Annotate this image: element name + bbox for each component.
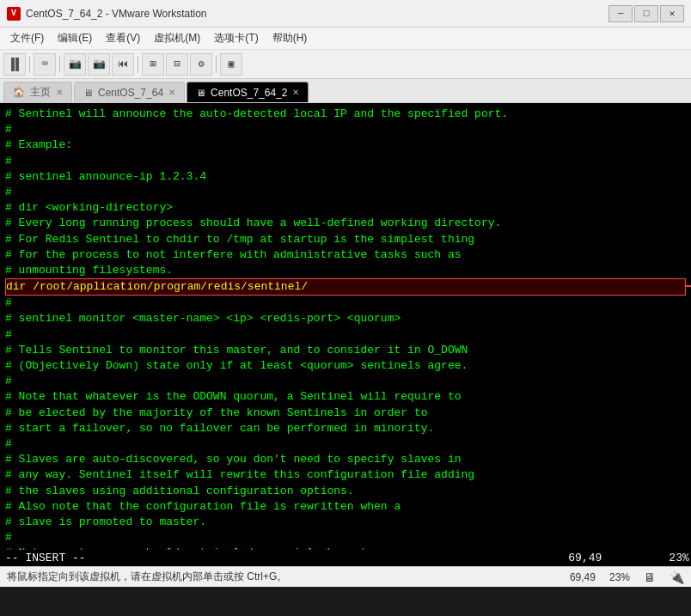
terminal-line: # (Objectively Down) state only if at le… xyxy=(5,358,686,374)
terminal-line: # Note: master name should not include s… xyxy=(5,546,686,550)
tab-centos1-label: CentOS_7_64 xyxy=(98,87,163,99)
terminal-line: # xyxy=(5,154,686,169)
terminal-line: # Tells Sentinel to monitor this master,… xyxy=(5,343,686,358)
home-icon: 🏠 xyxy=(13,87,25,98)
separator-3 xyxy=(138,56,138,73)
menu-edit[interactable]: 编辑(E) xyxy=(51,29,99,47)
terminal-line: # sentinel announce-ip 1.2.3.4 xyxy=(5,169,686,185)
toolbar: ⌨ 📷 📷 ⏮ ⊞ ⊟ ⚙ ▣ xyxy=(0,50,691,79)
terminal-line: # the slaves using additional configurat… xyxy=(5,484,686,499)
tab-home-label: 主页 xyxy=(30,85,51,100)
terminal-wrapper[interactable]: # Sentinel will announce the auto-detect… xyxy=(0,103,691,550)
mode-line: -- INSERT -- 69,49 23% xyxy=(0,550,691,566)
separator-1 xyxy=(29,56,30,73)
sys-icon-net: 🖥 xyxy=(644,570,656,584)
fullscreen-button[interactable]: ⊞ xyxy=(142,53,164,76)
terminal-line: # sentinel monitor <master-name> <ip> <r… xyxy=(5,311,686,326)
close-button[interactable]: ✕ xyxy=(660,5,684,22)
app-icon: V xyxy=(7,7,21,21)
minimize-button[interactable]: ─ xyxy=(608,5,633,22)
unity-button[interactable]: ⊟ xyxy=(166,53,188,76)
menu-file[interactable]: 文件(F) xyxy=(3,29,51,47)
terminal[interactable]: # Sentinel will announce the auto-detect… xyxy=(0,103,691,550)
menu-help[interactable]: 帮助(H) xyxy=(266,29,315,47)
maximize-button[interactable]: □ xyxy=(634,5,658,22)
pause-button[interactable] xyxy=(3,53,26,76)
window-title: CentOS_7_64_2 - VMware Workstation xyxy=(26,8,608,20)
snapshot2-button[interactable]: 📷 xyxy=(88,53,110,76)
menu-tabs[interactable]: 选项卡(T) xyxy=(207,29,265,47)
tab-centos2-label: CentOS_7_64_2 xyxy=(211,87,287,99)
menu-bar: 文件(F) 编辑(E) 查看(V) 虚拟机(M) 选项卡(T) 帮助(H) xyxy=(0,27,691,50)
terminal-line: # Example: xyxy=(5,137,686,153)
terminal-line: # For Redis Sentinel to chdir to /tmp at… xyxy=(5,232,686,247)
terminal-line: # xyxy=(5,122,686,137)
tab-home[interactable]: 🏠 主页 ✕ xyxy=(3,82,72,102)
scroll-percent: 23% xyxy=(609,571,630,583)
terminal-line: # Slaves are auto-discovered, so you don… xyxy=(5,452,686,467)
window-controls: ─ □ ✕ xyxy=(608,5,684,22)
terminal-line: # any way. Sentinel itself will rewrite … xyxy=(5,467,686,483)
tab-centos1[interactable]: 🖥 CentOS_7_64 ✕ xyxy=(74,82,185,102)
terminal-line: # Also note that the configuration file … xyxy=(5,499,686,515)
terminal-line: # dir <working-directory> xyxy=(5,200,686,216)
status-tip: 将鼠标指定向到该虚拟机，请在虚拟机内部单击或按 Ctrl+G。 xyxy=(7,570,287,584)
annotation: ▶哨兵的日志目录 xyxy=(686,278,691,294)
vm-icon-1: 🖥 xyxy=(83,88,93,98)
terminal-line: # xyxy=(5,374,686,389)
tab-centos1-close[interactable]: ✕ xyxy=(168,88,175,97)
vm-icon-2: 🖥 xyxy=(196,88,205,98)
send-ctrl-alt-del-button[interactable]: ⌨ xyxy=(34,53,56,76)
cursor-position: 69,49 xyxy=(570,571,596,583)
terminal-line: # xyxy=(5,296,686,311)
terminal-line: # unmounting filesystems. xyxy=(5,263,686,278)
status-bar: 将鼠标指定向到该虚拟机，请在虚拟机内部单击或按 Ctrl+G。 69,49 23… xyxy=(0,566,691,587)
terminal-line: dir /root/application/program/redis/sent… xyxy=(5,278,686,296)
terminal-line: # Note that whatever is the ODOWN quorum… xyxy=(5,389,686,405)
tab-home-close[interactable]: ✕ xyxy=(56,88,63,97)
terminal-line: # start a failover, so no failover can b… xyxy=(5,421,686,436)
terminal-line: # be elected by the majority of the know… xyxy=(5,406,686,421)
terminal-line: # slave is promoted to master. xyxy=(5,515,686,530)
terminal-line: # xyxy=(5,327,686,343)
terminal-line: # for the process to not interfere with … xyxy=(5,247,686,263)
tab-centos2-close[interactable]: ✕ xyxy=(292,88,299,97)
terminal-line: # xyxy=(5,185,686,200)
snapshot-button[interactable]: 📷 xyxy=(64,53,86,76)
menu-view[interactable]: 查看(V) xyxy=(99,29,147,47)
terminal-line: # xyxy=(5,436,686,452)
tab-centos2[interactable]: 🖥 CentOS_7_64_2 ✕ xyxy=(187,82,309,102)
status-right: 69,49 23% 🖥 🔌 xyxy=(570,570,684,584)
title-bar: V CentOS_7_64_2 - VMware Workstation ─ □… xyxy=(0,0,691,27)
separator-4 xyxy=(216,56,217,73)
menu-vm[interactable]: 虚拟机(M) xyxy=(147,29,207,47)
view-button[interactable]: ▣ xyxy=(220,53,242,76)
terminal-line: # xyxy=(5,530,686,546)
terminal-line: # Sentinel will announce the auto-detect… xyxy=(5,107,686,122)
terminal-line: # Every long running process should have… xyxy=(5,216,686,231)
separator-2 xyxy=(59,56,60,73)
sys-icon-usb: 🔌 xyxy=(670,570,684,584)
tab-bar: 🏠 主页 ✕ 🖥 CentOS_7_64 ✕ 🖥 CentOS_7_64_2 ✕ xyxy=(0,79,691,103)
snapshot3-button[interactable]: ⏮ xyxy=(112,53,134,76)
settings-button[interactable]: ⚙ xyxy=(190,53,212,76)
